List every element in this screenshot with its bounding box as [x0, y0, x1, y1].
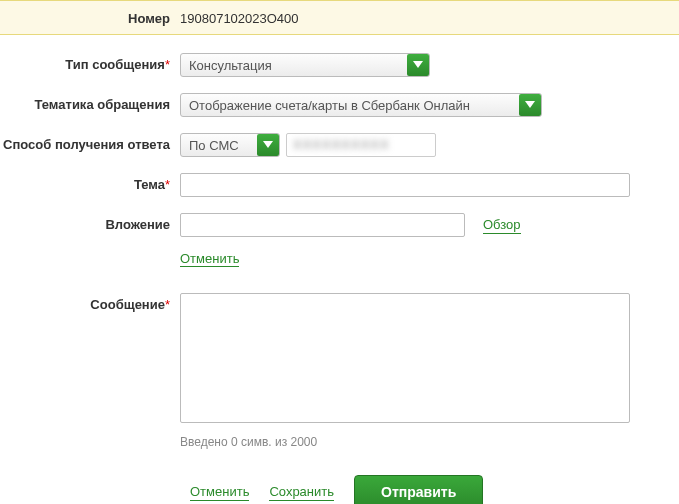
message-form: Номер 190807102023О400 Тип сообщения* Ко… — [0, 0, 679, 504]
chevron-down-icon — [519, 94, 541, 116]
select-topic[interactable]: Отображение счета/карты в Сбербанк Онлай… — [180, 93, 542, 117]
row-answer-method: Способ получения ответа По СМС XXXXXXXXX… — [0, 125, 679, 165]
attachment-path-input[interactable] — [180, 213, 465, 237]
char-counter: Введено 0 симв. из 2000 — [180, 435, 317, 449]
send-button[interactable]: Отправить — [354, 475, 483, 504]
label-subject: Тема* — [0, 173, 180, 192]
select-answer-method[interactable]: По СМС — [180, 133, 280, 157]
row-attachment: Вложение Обзор Отменить — [0, 205, 679, 275]
label-answer-method: Способ получения ответа — [0, 133, 180, 152]
form-actions: Отменить Сохранить Отправить — [190, 475, 679, 504]
row-topic: Тематика обращения Отображение счета/кар… — [0, 85, 679, 125]
attachment-cancel-link[interactable]: Отменить — [180, 251, 239, 267]
number-value: 190807102023О400 — [180, 9, 299, 26]
cancel-link[interactable]: Отменить — [190, 484, 249, 501]
row-message: Сообщение* Введено 0 симв. из 2000 — [0, 285, 679, 457]
phone-masked: XXXXXXXXXX — [286, 133, 436, 157]
save-link[interactable]: Сохранить — [269, 484, 334, 501]
chevron-down-icon — [257, 134, 279, 156]
label-message-type: Тип сообщения* — [0, 53, 180, 72]
select-message-type[interactable]: Консультация — [180, 53, 430, 77]
row-subject: Тема* — [0, 165, 679, 205]
row-number: Номер 190807102023О400 — [0, 0, 679, 35]
label-topic: Тематика обращения — [0, 93, 180, 112]
label-message: Сообщение* — [0, 293, 180, 312]
label-attachment: Вложение — [0, 213, 180, 232]
chevron-down-icon — [407, 54, 429, 76]
row-message-type: Тип сообщения* Консультация — [0, 45, 679, 85]
browse-link[interactable]: Обзор — [483, 217, 521, 234]
message-textarea[interactable] — [180, 293, 630, 423]
label-number: Номер — [0, 9, 180, 26]
subject-input[interactable] — [180, 173, 630, 197]
